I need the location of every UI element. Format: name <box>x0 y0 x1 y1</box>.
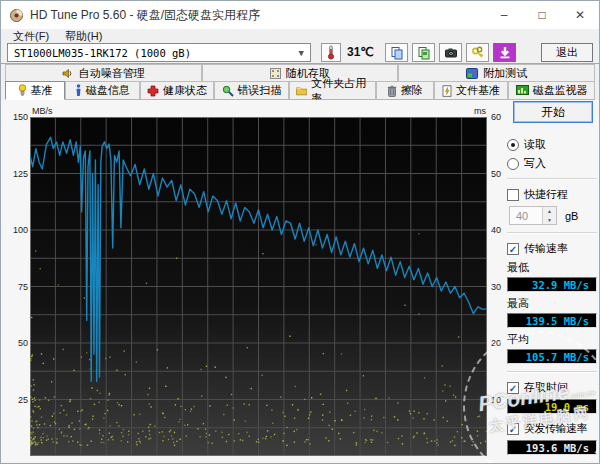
red-cross-icon <box>147 85 159 97</box>
write-radio[interactable]: 写入 <box>507 156 597 171</box>
thermometer-icon <box>327 45 335 60</box>
camera-icon <box>444 46 458 60</box>
folder-icon <box>296 85 307 96</box>
drive-select-value: ST1000LM035-1RK172 (1000 gB) <box>14 47 191 59</box>
tab-erase-label: 擦除 <box>401 83 423 98</box>
exit-button[interactable]: 退出 <box>541 43 593 62</box>
copy-text-button[interactable] <box>385 43 408 62</box>
radio-icon <box>507 158 519 170</box>
burst-rate-label: 突发传输速率 <box>524 421 587 436</box>
tab-benchmark-label: 基准 <box>31 83 53 98</box>
axis-tick: 30 <box>491 282 501 292</box>
maximize-button[interactable]: □ <box>523 1 561 29</box>
tab-health-label: 健康状态 <box>163 83 207 98</box>
left-axis-unit: MB/s <box>32 106 53 116</box>
transfer-rate-checkbox[interactable]: ✓ 传输速率 <box>507 241 597 256</box>
app-window: HD Tune Pro 5.60 - 硬盘/固态硬盘实用程序 – □ ✕ 文件(… <box>0 0 600 464</box>
tab-erase[interactable]: 擦除 <box>376 81 434 100</box>
axis-tick: 25 <box>18 395 28 405</box>
tab-aam-label: 自动噪音管理 <box>79 66 145 81</box>
access-time-checkbox[interactable]: ✓ 存取时间 <box>507 380 597 395</box>
axis-tick: 50 <box>18 338 28 348</box>
chart-canvas <box>30 117 487 456</box>
axis-tick: 60 <box>491 112 501 122</box>
menu-help[interactable]: 帮助(H) <box>57 29 110 44</box>
copy-screenshot-button[interactable] <box>412 43 435 62</box>
temperature-value: 31℃ <box>347 45 374 59</box>
close-button[interactable]: ✕ <box>561 1 599 29</box>
screenshot-button[interactable] <box>439 43 462 62</box>
left-axis-ticks: 150125100755025 <box>7 1 28 464</box>
info-icon <box>75 84 82 97</box>
control-panel: 开始 读取 写入 快捷行程 40 ▲ ▼ gB ✓ <box>507 101 597 464</box>
radio-icon <box>507 139 519 151</box>
separator <box>507 232 597 234</box>
tab-error-scan[interactable]: 错误扫描 <box>214 81 289 100</box>
axis-tick: 125 <box>13 169 28 179</box>
write-radio-label: 写入 <box>524 156 546 171</box>
checkbox-icon: ✓ <box>507 243 519 255</box>
min-value-display: 32.9 MB/s <box>507 277 597 292</box>
tab-disk-monitor[interactable]: 磁盘监视器 <box>508 81 595 100</box>
separator <box>507 178 597 180</box>
checkbox-icon <box>507 189 519 201</box>
axis-tick: 75 <box>18 282 28 292</box>
access-time-display: 19.0 ms <box>507 399 597 414</box>
tab-health[interactable]: 健康状态 <box>140 81 215 100</box>
read-radio-label: 读取 <box>524 137 546 152</box>
copy-pages-icon <box>390 46 404 60</box>
access-time-label: 存取时间 <box>524 380 568 395</box>
max-value-display: 139.5 MB/s <box>507 313 597 328</box>
checkbox-icon: ✓ <box>507 423 519 435</box>
burst-rate-checkbox[interactable]: ✓ 突发传输速率 <box>507 421 597 436</box>
avg-label: 平均 <box>507 332 597 347</box>
shortstroke-label: 快捷行程 <box>524 187 568 202</box>
trash-icon <box>387 85 397 97</box>
copy-image-icon <box>417 46 431 60</box>
extra-tests-icon <box>466 68 478 79</box>
avg-value-display: 105.7 MB/s <box>507 349 597 364</box>
axis-tick: 20 <box>491 338 501 348</box>
benchmark-chart <box>30 117 487 456</box>
file-benchmark-icon <box>442 85 452 97</box>
tab-folder-usage[interactable]: 文件夹占用率 <box>289 81 376 100</box>
axis-tick: 150 <box>13 112 28 122</box>
tab-disk-info[interactable]: 磁盘信息 <box>65 81 140 100</box>
axis-tick: 50 <box>491 169 501 179</box>
axis-tick: 40 <box>491 225 501 235</box>
separator <box>507 371 597 373</box>
tab-random-access[interactable]: 随机存取 <box>202 64 399 81</box>
burst-rate-display: 193.6 MB/s <box>507 440 597 455</box>
register-button[interactable] <box>466 43 489 62</box>
shortstroke-checkbox[interactable]: 快捷行程 <box>507 187 597 202</box>
chevron-down-icon: ▼ <box>299 48 304 58</box>
shortstroke-size-stepper[interactable]: 40 ▲ ▼ <box>509 206 557 225</box>
spin-up-icon[interactable]: ▲ <box>543 207 556 216</box>
tab-disk-monitor-label: 磁盘监视器 <box>533 83 588 98</box>
transfer-rate-label: 传输速率 <box>524 241 568 256</box>
keys-icon <box>471 46 485 60</box>
spin-down-icon[interactable]: ▼ <box>543 216 556 225</box>
shortstroke-size-value: 40 <box>510 207 542 224</box>
right-axis-unit: ms <box>474 106 486 116</box>
tab-aam[interactable]: 自动噪音管理 <box>5 64 202 81</box>
shortstroke-unit: gB <box>565 210 578 222</box>
tab-disk-info-label: 磁盘信息 <box>86 83 130 98</box>
magnifier-icon <box>222 85 234 97</box>
monitor-chart-icon <box>516 85 529 96</box>
temperature-button[interactable] <box>321 43 341 62</box>
checkbox-icon: ✓ <box>507 382 519 394</box>
window-title: HD Tune Pro 5.60 - 硬盘/固态硬盘实用程序 <box>30 7 260 24</box>
speaker-icon <box>62 68 74 79</box>
max-label: 最高 <box>507 296 597 311</box>
axis-tick: 10 <box>491 395 501 405</box>
axis-tick: 100 <box>13 225 28 235</box>
min-label: 最低 <box>507 260 597 275</box>
start-button[interactable]: 开始 <box>513 101 593 123</box>
drive-select[interactable]: ST1000LM035-1RK172 (1000 gB) ▼ <box>7 43 311 62</box>
dice-grid-icon <box>270 68 281 79</box>
tab-error-scan-label: 错误扫描 <box>238 83 282 98</box>
read-radio[interactable]: 读取 <box>507 137 597 152</box>
